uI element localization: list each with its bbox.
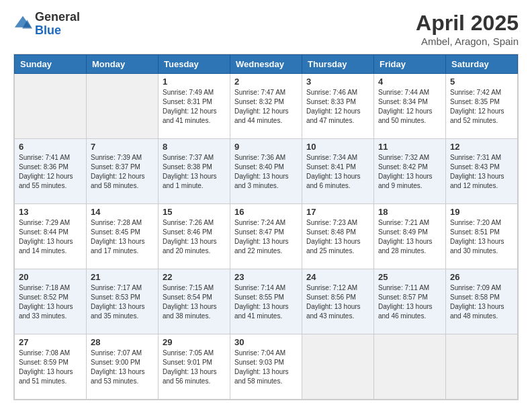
day-number: 23	[234, 272, 298, 282]
table-row: 7Sunrise: 7:39 AMSunset: 8:37 PMDaylight…	[87, 139, 159, 204]
calendar-week-row: 27Sunrise: 7:08 AMSunset: 8:59 PMDayligh…	[15, 334, 518, 400]
calendar-body: 1Sunrise: 7:49 AMSunset: 8:31 PMDaylight…	[15, 74, 518, 400]
title-block: April 2025 Ambel, Aragon, Spain	[416, 11, 519, 47]
table-row: 10Sunrise: 7:34 AMSunset: 8:41 PMDayligh…	[302, 139, 374, 204]
calendar: Sunday Monday Tuesday Wednesday Thursday…	[13, 54, 519, 400]
logo: General Blue	[13, 11, 80, 38]
table-row: 29Sunrise: 7:05 AMSunset: 9:01 PMDayligh…	[159, 334, 230, 400]
subtitle: Ambel, Aragon, Spain	[416, 36, 519, 47]
day-info: Sunrise: 7:09 AMSunset: 8:58 PMDaylight:…	[450, 283, 513, 321]
table-row: 9Sunrise: 7:36 AMSunset: 8:40 PMDaylight…	[230, 139, 302, 204]
col-friday: Friday	[374, 55, 446, 74]
day-number: 16	[234, 207, 298, 217]
day-info: Sunrise: 7:20 AMSunset: 8:51 PMDaylight:…	[450, 218, 513, 256]
col-wednesday: Wednesday	[230, 55, 302, 74]
table-row: 27Sunrise: 7:08 AMSunset: 8:59 PMDayligh…	[15, 334, 87, 400]
logo-text: General Blue	[35, 11, 80, 38]
page: General Blue April 2025 Ambel, Aragon, S…	[0, 0, 532, 411]
day-info: Sunrise: 7:49 AMSunset: 8:31 PMDaylight:…	[163, 88, 226, 126]
day-number: 29	[163, 337, 226, 347]
day-number: 11	[378, 142, 441, 152]
day-info: Sunrise: 7:14 AMSunset: 8:55 PMDaylight:…	[234, 283, 298, 321]
table-row: 21Sunrise: 7:17 AMSunset: 8:53 PMDayligh…	[87, 269, 159, 334]
col-sunday: Sunday	[15, 55, 87, 74]
day-info: Sunrise: 7:23 AMSunset: 8:48 PMDaylight:…	[306, 218, 369, 256]
day-number: 4	[378, 77, 441, 87]
day-number: 30	[234, 337, 298, 347]
table-row: 4Sunrise: 7:44 AMSunset: 8:34 PMDaylight…	[374, 74, 446, 139]
day-info: Sunrise: 7:11 AMSunset: 8:57 PMDaylight:…	[378, 283, 441, 321]
day-number: 20	[19, 272, 82, 282]
table-row: 28Sunrise: 7:07 AMSunset: 9:00 PMDayligh…	[87, 334, 159, 400]
col-monday: Monday	[87, 55, 159, 74]
day-number: 9	[234, 142, 298, 152]
day-info: Sunrise: 7:32 AMSunset: 8:42 PMDaylight:…	[378, 153, 441, 191]
day-number: 27	[19, 337, 82, 347]
table-row: 16Sunrise: 7:24 AMSunset: 8:47 PMDayligh…	[230, 204, 302, 269]
table-row: 3Sunrise: 7:46 AMSunset: 8:33 PMDaylight…	[302, 74, 374, 139]
table-row: 23Sunrise: 7:14 AMSunset: 8:55 PMDayligh…	[230, 269, 302, 334]
table-row: 2Sunrise: 7:47 AMSunset: 8:32 PMDaylight…	[230, 74, 302, 139]
day-number: 17	[306, 207, 369, 217]
day-number: 24	[306, 272, 369, 282]
day-number: 10	[306, 142, 369, 152]
table-row: 5Sunrise: 7:42 AMSunset: 8:35 PMDaylight…	[446, 74, 518, 139]
day-info: Sunrise: 7:05 AMSunset: 9:01 PMDaylight:…	[163, 349, 226, 386]
day-info: Sunrise: 7:41 AMSunset: 8:36 PMDaylight:…	[19, 153, 82, 191]
main-title: April 2025	[416, 11, 519, 36]
day-number: 18	[378, 207, 441, 217]
day-number: 13	[19, 207, 82, 217]
calendar-header: Sunday Monday Tuesday Wednesday Thursday…	[15, 55, 518, 74]
day-info: Sunrise: 7:37 AMSunset: 8:38 PMDaylight:…	[163, 153, 226, 191]
table-row	[302, 334, 374, 400]
day-number: 3	[306, 77, 369, 87]
day-info: Sunrise: 7:12 AMSunset: 8:56 PMDaylight:…	[306, 283, 369, 321]
day-info: Sunrise: 7:31 AMSunset: 8:43 PMDaylight:…	[450, 153, 513, 191]
table-row: 25Sunrise: 7:11 AMSunset: 8:57 PMDayligh…	[374, 269, 446, 334]
table-row: 6Sunrise: 7:41 AMSunset: 8:36 PMDaylight…	[15, 139, 87, 204]
day-info: Sunrise: 7:34 AMSunset: 8:41 PMDaylight:…	[306, 153, 369, 191]
table-row: 30Sunrise: 7:04 AMSunset: 9:03 PMDayligh…	[230, 334, 302, 400]
day-number: 8	[163, 142, 226, 152]
day-number: 6	[19, 142, 82, 152]
day-number: 14	[91, 207, 154, 217]
table-row: 19Sunrise: 7:20 AMSunset: 8:51 PMDayligh…	[446, 204, 518, 269]
table-row: 18Sunrise: 7:21 AMSunset: 8:49 PMDayligh…	[374, 204, 446, 269]
day-info: Sunrise: 7:26 AMSunset: 8:46 PMDaylight:…	[163, 218, 226, 256]
day-number: 12	[450, 142, 513, 152]
table-row: 17Sunrise: 7:23 AMSunset: 8:48 PMDayligh…	[302, 204, 374, 269]
table-row: 11Sunrise: 7:32 AMSunset: 8:42 PMDayligh…	[374, 139, 446, 204]
day-info: Sunrise: 7:28 AMSunset: 8:45 PMDaylight:…	[91, 218, 154, 256]
day-info: Sunrise: 7:17 AMSunset: 8:53 PMDaylight:…	[91, 283, 154, 321]
table-row	[374, 334, 446, 400]
calendar-week-row: 13Sunrise: 7:29 AMSunset: 8:44 PMDayligh…	[15, 204, 518, 269]
day-info: Sunrise: 7:29 AMSunset: 8:44 PMDaylight:…	[19, 218, 82, 256]
col-thursday: Thursday	[302, 55, 374, 74]
table-row	[446, 334, 518, 400]
day-number: 25	[378, 272, 441, 282]
table-row: 22Sunrise: 7:15 AMSunset: 8:54 PMDayligh…	[159, 269, 230, 334]
day-info: Sunrise: 7:04 AMSunset: 9:03 PMDaylight:…	[234, 349, 298, 386]
day-info: Sunrise: 7:36 AMSunset: 8:40 PMDaylight:…	[234, 153, 298, 191]
logo-general-text: General	[35, 11, 80, 24]
col-saturday: Saturday	[446, 55, 518, 74]
table-row: 1Sunrise: 7:49 AMSunset: 8:31 PMDaylight…	[159, 74, 230, 139]
calendar-week-row: 20Sunrise: 7:18 AMSunset: 8:52 PMDayligh…	[15, 269, 518, 334]
table-row	[87, 74, 159, 139]
day-number: 19	[450, 207, 513, 217]
table-row: 15Sunrise: 7:26 AMSunset: 8:46 PMDayligh…	[159, 204, 230, 269]
day-info: Sunrise: 7:15 AMSunset: 8:54 PMDaylight:…	[163, 283, 226, 321]
weekday-header-row: Sunday Monday Tuesday Wednesday Thursday…	[15, 55, 518, 74]
logo-icon	[13, 15, 32, 34]
calendar-table: Sunday Monday Tuesday Wednesday Thursday…	[14, 54, 518, 400]
calendar-week-row: 1Sunrise: 7:49 AMSunset: 8:31 PMDaylight…	[15, 74, 518, 139]
day-info: Sunrise: 7:39 AMSunset: 8:37 PMDaylight:…	[91, 153, 154, 191]
table-row: 8Sunrise: 7:37 AMSunset: 8:38 PMDaylight…	[159, 139, 230, 204]
day-info: Sunrise: 7:46 AMSunset: 8:33 PMDaylight:…	[306, 88, 369, 126]
day-number: 28	[91, 337, 154, 347]
day-number: 5	[450, 77, 513, 87]
col-tuesday: Tuesday	[159, 55, 230, 74]
day-number: 26	[450, 272, 513, 282]
day-info: Sunrise: 7:07 AMSunset: 9:00 PMDaylight:…	[91, 349, 154, 386]
table-row: 24Sunrise: 7:12 AMSunset: 8:56 PMDayligh…	[302, 269, 374, 334]
